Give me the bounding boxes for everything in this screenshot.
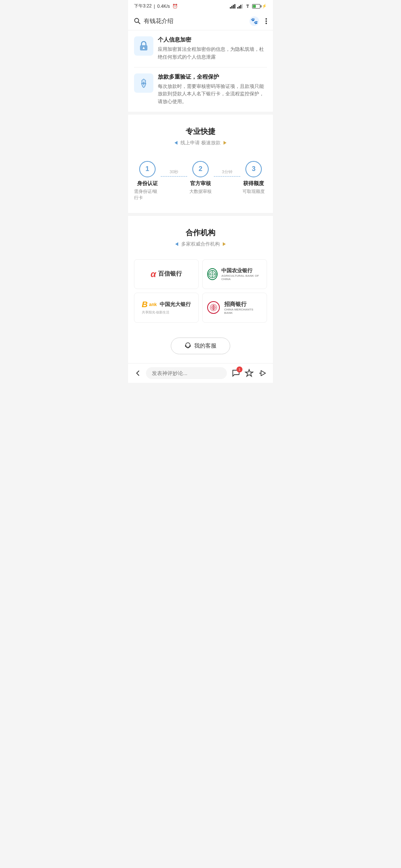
time: 下午3:22 [134,3,151,9]
feature-encryption: 个人信息加密 应用加密算法全程加密你的信息，为隐私筑墙，杜绝任何形式的个人信息泄… [134,30,267,68]
cmb-text-wrap: 招商银行 CHINA MERCHANTS BANK [224,301,262,315]
process-steps-section: 1 身份认证 需身份证/银行卡 30秒 2 官方审核 大数据审核 3分钟 3 [128,152,273,213]
connector-line-1 [161,176,188,177]
partner-title: 合作机构 [134,228,267,238]
verification-text: 放款多重验证，全程保护 每次放款时，需要审核密码等验证项，且款项只能放款到贷款人… [158,73,267,106]
step-2-label: 官方审核 [190,180,211,187]
search-icon[interactable] [134,18,141,24]
svg-rect-5 [239,6,240,9]
favorite-button[interactable] [245,369,254,378]
partner-subtitle-row: 多家权威合作机构 [134,241,267,247]
time-2: 3分钟 [222,169,232,175]
encryption-desc: 应用加密算法全程加密你的信息，为隐私筑墙，杜绝任何形式的个人信息泄露 [158,46,267,61]
encryption-title: 个人信息加密 [158,36,267,43]
step-1-circle: 1 [139,161,156,177]
step-2-desc: 大数据审核 [189,188,212,195]
step-3-circle: 3 [245,161,262,177]
step-3: 3 获得额度 可取现额度 [240,161,267,195]
partner-everbright: B ank 中国光大银行 共享阳光·创新生活 [134,293,199,323]
svg-rect-7 [242,4,243,9]
svg-line-9 [138,22,140,24]
more-menu-icon[interactable] [265,17,267,25]
cmb-circle-icon [207,301,220,314]
triangle-right-icon [224,141,226,145]
abc-name: 中国农业银行 [221,267,262,274]
step-1: 1 身份认证 需身份证/银行卡 [134,161,161,201]
verification-desc: 每次放款时，需要审核密码等验证项，且款项只能放款到贷款人本人名下银行卡，全流程监… [158,83,267,106]
network-speed-value: 0.4K/s [157,4,170,9]
svg-point-14 [265,23,267,24]
abc-text-wrap: 中国农业银行 AGRICULTURAL BANK OF CHINA [221,267,262,281]
partner-baixin: α 百信银行 [134,259,199,289]
encryption-icon [134,36,153,56]
everbright-ank-letter: ank [149,302,157,307]
everbright-slogan: 共享阳光·创新生活 [142,310,170,315]
baidu-icon[interactable]: 🐾 [249,16,260,26]
alarm-icon: ⏰ [172,4,178,9]
partner-section-header: 合作机构 多家权威合作机构 [134,216,267,253]
notification-badge-count: 1 [237,366,242,372]
signal-icon [230,4,236,9]
verification-title: 放款多重验证，全程保护 [158,73,267,80]
svg-rect-3 [234,4,235,9]
svg-point-24 [186,343,190,347]
abc-logo: 中国农业银行 AGRICULTURAL BANK OF CHINA [207,267,262,281]
partner-triangle-left [175,242,178,246]
process-title: 专业快捷 [134,126,267,137]
partner-section: 合作机构 多家权威合作机构 α 百信银行 [128,216,273,329]
connector-1: 30秒 [161,169,188,177]
share-button[interactable] [258,369,267,378]
baixin-logo: α 百信银行 [151,269,182,279]
battery-level: ⚡ [262,4,267,9]
process-subtitle: 线上申请 极速放款 [180,139,221,146]
back-button[interactable] [134,369,141,377]
abc-en-name: AGRICULTURAL BANK OF CHINA [221,274,262,281]
partner-grid: α 百信银行 中国农业银行 AGRICUL [134,259,267,323]
comment-input[interactable] [146,367,227,379]
partner-abc: 中国农业银行 AGRICULTURAL BANK OF CHINA [202,259,267,289]
svg-text:🐾: 🐾 [251,17,258,24]
cmb-cn-name: 招商银行 [224,301,247,308]
nav-right: 🐾 [249,16,267,26]
svg-rect-6 [240,5,241,9]
battery-icon [252,4,260,9]
svg-rect-1 [231,6,232,9]
status-left: 下午3:22 | 0.4K/s ⏰ [134,3,178,9]
customer-service-button[interactable]: 我的客服 [171,338,230,354]
step-3-desc: 可取现额度 [242,188,265,195]
everbright-top: B ank 中国光大银行 [142,300,191,309]
process-subtitle-row: 线上申请 极速放款 [134,139,267,146]
headset-icon [185,342,191,349]
top-nav: 有钱花介绍 🐾 [128,12,273,30]
feature-verification: 放款多重验证，全程保护 每次放款时，需要审核密码等验证项，且款项只能放款到贷款人… [134,68,267,112]
svg-point-13 [265,20,267,22]
connector-line-2 [214,176,241,177]
abc-circle-icon [207,268,218,280]
svg-point-12 [265,18,267,20]
notification-button[interactable]: 1 [231,369,240,378]
service-section: 我的客服 [128,329,273,363]
steps-row: 1 身份认证 需身份证/银行卡 30秒 2 官方审核 大数据审核 3分钟 3 [134,161,267,201]
step-1-desc: 需身份证/银行卡 [134,188,161,201]
svg-rect-25 [185,345,186,347]
partner-triangle-right [223,242,226,246]
wifi-icon [245,4,251,9]
svg-rect-4 [237,7,238,9]
encryption-text: 个人信息加密 应用加密算法全程加密你的信息，为隐私筑墙，杜绝任何形式的个人信息泄… [158,36,267,61]
nav-title: 有钱花介绍 [144,17,173,25]
step-2: 2 官方审核 大数据审核 [187,161,214,195]
bottom-bar: 1 [128,363,273,383]
verification-icon [134,73,153,93]
baixin-text-wrap: 百信银行 [158,270,182,278]
svg-rect-2 [233,5,234,9]
signal-icon-2 [237,4,243,9]
partner-subtitle: 多家权威合作机构 [181,241,220,247]
svg-rect-0 [230,7,231,9]
svg-point-8 [135,19,139,23]
connector-2: 3分钟 [214,169,241,177]
content-area: 个人信息加密 应用加密算法全程加密你的信息，为隐私筑墙，杜绝任何形式的个人信息泄… [128,30,273,112]
step-2-circle: 2 [192,161,209,177]
everbright-b-letter: B [142,300,148,309]
network-speed: | [154,4,155,9]
process-section-header: 专业快捷 线上申请 极速放款 [128,115,273,152]
